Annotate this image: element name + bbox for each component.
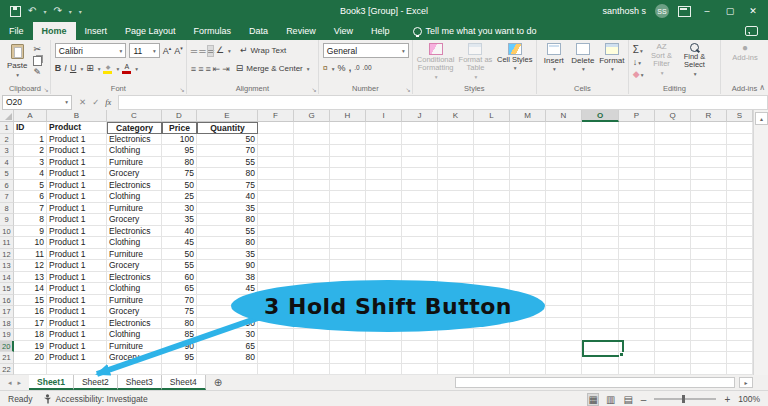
scroll-right-icon[interactable]: ▸ [739, 377, 753, 388]
cell-N20[interactable] [546, 341, 582, 353]
cell-Q17[interactable] [655, 306, 691, 318]
cell-I10[interactable] [366, 226, 402, 238]
format-cells-button[interactable]: Format ▾ [599, 43, 625, 83]
cell-R19[interactable] [691, 329, 727, 341]
cell-I13[interactable] [366, 260, 402, 272]
column-header-C[interactable]: C [107, 110, 162, 122]
cell-Q5[interactable] [655, 168, 691, 180]
cell-H13[interactable] [330, 260, 366, 272]
cell-C9[interactable]: Grocery [107, 214, 162, 226]
cell-H8[interactable] [330, 203, 366, 215]
cell-I18[interactable] [366, 318, 402, 330]
accounting-dropdown-icon[interactable]: ▾ [332, 66, 335, 72]
format-painter-icon[interactable]: ✎ [33, 68, 42, 77]
column-header-B[interactable]: B [47, 110, 107, 122]
cell-B12[interactable]: Product 1 [47, 249, 107, 261]
cell-L8[interactable] [474, 203, 510, 215]
align-top-icon[interactable]: ═ [191, 46, 196, 56]
select-all-corner[interactable] [0, 110, 14, 122]
column-header-F[interactable]: F [258, 110, 294, 122]
cell-C14[interactable]: Electronics [107, 272, 162, 284]
cell-A1[interactable]: ID [14, 122, 47, 134]
cell-C21[interactable]: Grocery [107, 352, 162, 364]
cell-S14[interactable] [727, 272, 753, 284]
cell-F4[interactable] [258, 157, 294, 169]
cell-N8[interactable] [546, 203, 582, 215]
cell-G15[interactable] [294, 283, 330, 295]
row-header-1[interactable]: 1 [0, 122, 14, 134]
cell-H6[interactable] [330, 180, 366, 192]
cell-M22[interactable] [510, 364, 546, 376]
cell-E7[interactable]: 40 [197, 191, 258, 203]
cell-A19[interactable]: 18 [14, 329, 47, 341]
cell-F21[interactable] [258, 352, 294, 364]
cell-I19[interactable] [366, 329, 402, 341]
cell-I1[interactable] [366, 122, 402, 134]
cell-I22[interactable] [366, 364, 402, 376]
cell-P15[interactable] [619, 283, 655, 295]
cell-E20[interactable]: 65 [197, 341, 258, 353]
ribbon-tab-help[interactable]: Help [362, 22, 399, 40]
cell-Q8[interactable] [655, 203, 691, 215]
cell-O19[interactable] [582, 329, 619, 341]
cell-D5[interactable]: 75 [162, 168, 197, 180]
number-launcher-icon[interactable]: ↘ [406, 86, 411, 93]
cell-H20[interactable] [330, 341, 366, 353]
cell-C19[interactable]: Clothing [107, 329, 162, 341]
cell-M7[interactable] [510, 191, 546, 203]
close-button[interactable]: ✕ [746, 6, 760, 16]
cell-E22[interactable] [197, 364, 258, 376]
ribbon-tab-home[interactable]: Home [33, 22, 76, 40]
paste-button[interactable]: Paste ▾ [4, 43, 30, 83]
cell-K12[interactable] [438, 249, 474, 261]
cell-G3[interactable] [294, 145, 330, 157]
cell-F22[interactable] [258, 364, 294, 376]
clear-dropdown-icon[interactable]: ▾ [641, 72, 644, 78]
align-center-icon[interactable]: ≡ [198, 64, 202, 74]
cell-S12[interactable] [727, 249, 753, 261]
align-left-icon[interactable]: ≡ [191, 64, 195, 74]
cell-M16[interactable] [510, 295, 546, 307]
cell-C3[interactable]: Clothing [107, 145, 162, 157]
cell-G7[interactable] [294, 191, 330, 203]
find-select-button[interactable]: Find & Select ▾ [680, 43, 710, 83]
cell-K20[interactable] [438, 341, 474, 353]
row-header-18[interactable]: 18 [0, 318, 14, 330]
cell-G2[interactable] [294, 134, 330, 146]
cell-M15[interactable] [510, 283, 546, 295]
cell-K18[interactable] [438, 318, 474, 330]
underline-dropdown-icon[interactable]: ▾ [80, 66, 83, 72]
cell-C8[interactable]: Furniture [107, 203, 162, 215]
ribbon-tab-review[interactable]: Review [277, 22, 325, 40]
column-header-J[interactable]: J [402, 110, 438, 122]
cell-N14[interactable] [546, 272, 582, 284]
cell-J2[interactable] [402, 134, 438, 146]
cell-Q11[interactable] [655, 237, 691, 249]
cell-R6[interactable] [691, 180, 727, 192]
cell-A21[interactable]: 20 [14, 352, 47, 364]
cell-J21[interactable] [402, 352, 438, 364]
cell-P9[interactable] [619, 214, 655, 226]
cell-A10[interactable]: 9 [14, 226, 47, 238]
column-header-E[interactable]: E [197, 110, 258, 122]
cell-K22[interactable] [438, 364, 474, 376]
cell-J12[interactable] [402, 249, 438, 261]
cell-J17[interactable] [402, 306, 438, 318]
cell-B15[interactable]: Product 1 [47, 283, 107, 295]
cell-Q7[interactable] [655, 191, 691, 203]
cell-O7[interactable] [582, 191, 619, 203]
row-header-14[interactable]: 14 [0, 272, 14, 284]
cell-E10[interactable]: 55 [197, 226, 258, 238]
column-header-R[interactable]: R [691, 110, 727, 122]
cell-Q12[interactable] [655, 249, 691, 261]
page-break-view-icon[interactable]: ▤ [623, 394, 632, 405]
cell-I5[interactable] [366, 168, 402, 180]
cell-M14[interactable] [510, 272, 546, 284]
row-header-20[interactable]: 20 [0, 341, 14, 353]
cell-O15[interactable] [582, 283, 619, 295]
cell-D9[interactable]: 35 [162, 214, 197, 226]
cell-N21[interactable] [546, 352, 582, 364]
wrap-text-button[interactable]: Wrap Text [250, 46, 286, 55]
cell-R1[interactable] [691, 122, 727, 134]
row-header-9[interactable]: 9 [0, 214, 14, 226]
